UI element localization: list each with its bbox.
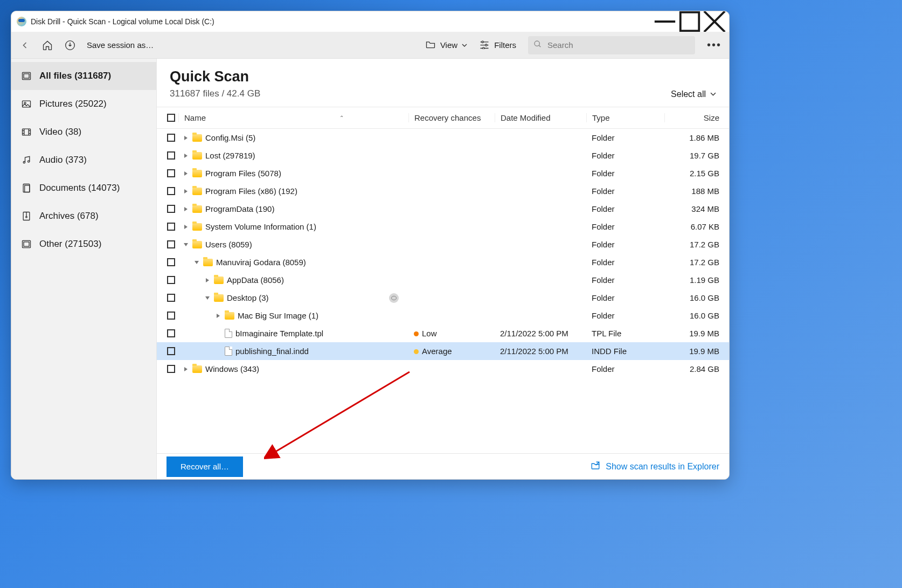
row-size: 2.15 GB [664,169,729,178]
file-name: ProgramData (190) [205,204,274,213]
preview-icon[interactable] [389,293,399,303]
home-button[interactable] [41,39,53,51]
expander-icon[interactable] [183,135,189,141]
page-subtitle: 311687 files / 42.4 GB [170,88,260,99]
table-row[interactable]: AppData (8056) Folder 1.19 GB [157,271,729,289]
expander-icon[interactable] [183,153,189,159]
expander-icon[interactable] [193,259,200,266]
row-name: bImaginaire Template.tpl [215,329,323,338]
table-row[interactable]: Config.Msi (5) Folder 1.86 MB [157,129,729,147]
row-checkbox[interactable] [167,240,175,248]
table-row[interactable]: System Volume Information (1) Folder 6.0… [157,218,729,236]
sidebar-item-allfiles[interactable]: All files (311687) [11,62,156,90]
svg-line-12 [539,45,540,47]
main-header: Quick Scan 311687 files / 42.4 GB Select… [157,59,729,107]
minimize-button[interactable] [653,13,677,30]
save-session-button[interactable]: Save session as… [87,40,154,50]
expander-icon[interactable] [183,206,189,212]
row-checkbox[interactable] [167,134,175,142]
footer: Recover all… Show scan results in Explor… [157,453,729,479]
sidebar-item-archives[interactable]: Archives (678) [11,202,156,230]
row-name: Manuviraj Godara (8059) [193,258,306,267]
file-name: Lost (297819) [205,151,255,160]
expander-icon[interactable] [183,188,189,195]
row-checkbox[interactable] [167,187,175,195]
sidebar-item-label: Audio (373) [39,155,87,165]
expander-icon[interactable] [183,170,189,177]
table-row[interactable]: bImaginaire Template.tpl Low 2/11/2022 5… [157,324,729,342]
expander-icon[interactable] [183,366,189,372]
column-size[interactable]: Size [664,113,729,122]
folder-icon [192,365,202,373]
main: Quick Scan 311687 files / 42.4 GB Select… [157,59,729,479]
sidebar-item-video[interactable]: Video (38) [11,118,156,146]
table-row[interactable]: Program Files (5078) Folder 2.15 GB [157,164,729,182]
select-all-checkbox[interactable] [167,114,175,122]
back-button[interactable] [19,39,31,51]
column-type[interactable]: Type [586,113,664,122]
expander-icon[interactable] [215,313,221,319]
show-in-explorer-link[interactable]: Show scan results in Explorer [591,461,719,473]
row-checkbox[interactable] [167,169,175,177]
row-type: TPL File [586,329,664,338]
search-input[interactable] [546,40,690,50]
file-name: bImaginaire Template.tpl [235,329,323,338]
row-checkbox[interactable] [167,151,175,160]
table-row[interactable]: Users (8059) Folder 17.2 GB [157,236,729,253]
row-size: 1.86 MB [664,133,729,142]
folder-icon [192,134,202,142]
download-button[interactable] [64,39,76,51]
table-row[interactable]: ProgramData (190) Folder 324 MB [157,200,729,218]
table-row[interactable]: Desktop (3) Folder 16.0 GB [157,289,729,307]
expander-icon[interactable] [204,295,211,301]
row-checkbox[interactable] [167,276,175,284]
row-checkbox[interactable] [167,329,175,337]
filters-button[interactable]: Filters [479,39,516,51]
table-row[interactable]: Windows (343) Folder 2.84 GB [157,360,729,378]
row-checkbox[interactable] [167,205,175,213]
row-checkbox[interactable] [167,365,175,373]
table-row[interactable]: publishing_final.indd Average 2/11/2022 … [157,342,729,360]
row-checkbox[interactable] [167,294,175,302]
close-button[interactable] [702,13,727,30]
folder-icon [225,312,234,320]
more-button[interactable]: ••• [707,39,721,51]
file-name: Manuviraj Godara (8059) [216,258,306,267]
row-checkbox[interactable] [167,312,175,320]
sidebar-item-other[interactable]: Other (271503) [11,230,156,258]
sidebar-item-audio[interactable]: Audio (373) [11,146,156,174]
row-name: Desktop (3) [204,293,269,302]
file-name: Program Files (x86) (192) [205,186,297,196]
recover-all-button[interactable]: Recover all… [166,456,243,477]
folder-icon [192,188,202,195]
row-checkbox[interactable] [167,258,175,266]
table-row[interactable]: Program Files (x86) (192) Folder 188 MB [157,182,729,200]
column-recovery[interactable]: Recovery chances [408,113,495,122]
row-name: System Volume Information (1) [183,222,316,231]
recovery-dot-icon [414,349,419,354]
select-all-button[interactable]: Select all [671,89,716,99]
table-row[interactable]: Mac Big Sur Image (1) Folder 16.0 GB [157,307,729,324]
search-box[interactable] [528,36,695,54]
folder-icon [192,223,202,231]
pictures-icon [21,99,32,109]
svg-rect-27 [25,185,30,192]
window-controls [653,13,727,30]
maximize-button[interactable] [677,13,702,30]
search-icon [533,40,542,51]
expander-icon[interactable] [204,277,211,283]
sidebar-item-documents[interactable]: Documents (14073) [11,174,156,202]
table-row[interactable]: Lost (297819) Folder 19.7 GB [157,147,729,164]
view-button[interactable]: View [425,39,467,51]
column-name[interactable]: Name ⌃ [178,113,408,122]
row-recovery: Average [408,347,495,356]
row-size: 188 MB [664,186,729,196]
row-checkbox[interactable] [167,223,175,231]
table-row[interactable]: Manuviraj Godara (8059) Folder 17.2 GB [157,253,729,271]
sidebar-item-pictures[interactable]: Pictures (25022) [11,90,156,118]
expander-icon[interactable] [183,241,189,248]
column-date[interactable]: Date Modified [495,113,586,122]
explorer-link-label: Show scan results in Explorer [606,462,719,472]
expander-icon[interactable] [183,224,189,230]
row-checkbox[interactable] [167,347,175,355]
